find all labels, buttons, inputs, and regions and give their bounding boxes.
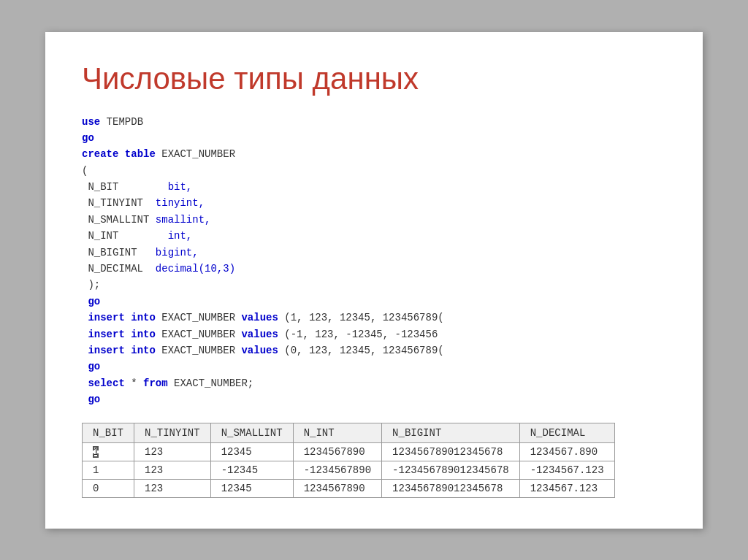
th-ndecimal: N_DECIMAL — [519, 423, 614, 442]
code-line-6: N_TINYINT tinyint, — [82, 195, 666, 211]
cell-nint-3: 1234567890 — [293, 479, 381, 497]
code-block: use TEMPDB go create table EXACT_NUMBER … — [82, 114, 666, 408]
cell-nbit-1: 1 — [83, 442, 134, 461]
table-row: 0 123 12345 1234567890 12345678901234567… — [83, 479, 615, 497]
kw-go1: go — [82, 132, 94, 144]
cell-nbigint-1: 12345678901234567​8 — [382, 442, 520, 461]
code-line-17: select * from EXACT_NUMBER; — [82, 375, 666, 391]
cell-nbigint-3: 12345678901234567​8 — [382, 479, 520, 497]
cell-ndecimal-3: 1234567.123 — [519, 479, 614, 497]
table-row: 1 123 -12345 -1234567890 -12345678901234… — [83, 461, 615, 479]
code-line-3: create table EXACT_NUMBER — [82, 146, 666, 162]
code-line-11: ); — [82, 277, 666, 293]
cell-nbit-2: 1 — [83, 461, 134, 479]
kw-use: use — [82, 116, 100, 128]
cell-nint-1: 1234567890 — [293, 442, 381, 461]
table-row: 1 123 12345 1234567890 12345678901234567… — [83, 442, 615, 461]
cell-ntinyint-3: 123 — [134, 479, 211, 497]
code-line-15: insert into EXACT_NUMBER values (0, 123,… — [82, 342, 666, 358]
normal: TEMPDB — [100, 116, 143, 128]
code-line-2: go — [82, 130, 666, 146]
code-line-12: go — [82, 294, 666, 310]
th-nbit: N_BIT — [83, 423, 134, 442]
code-line-1: use TEMPDB — [82, 114, 666, 130]
th-nbigint: N_BIGINT — [382, 423, 520, 442]
kw-create: create — [82, 148, 118, 160]
code-line-18: go — [82, 391, 666, 407]
kw-table: table — [125, 148, 156, 160]
cell-nsmallint-2: -12345 — [210, 461, 293, 479]
th-nsmallint: N_SMALLINT — [210, 423, 293, 442]
code-line-13: insert into EXACT_NUMBER values (1, 123,… — [82, 310, 666, 326]
code-line-10: N_DECIMAL decimal(10,3) — [82, 261, 666, 277]
cell-nbigint-2: -123456789012345678 — [382, 461, 520, 479]
cell-nsmallint-3: 12345 — [210, 479, 293, 497]
code-line-16: go — [82, 358, 666, 375]
code-line-8: N_INT int, — [82, 228, 666, 244]
cell-nsmallint-1: 12345 — [210, 442, 293, 461]
code-line-14: insert into EXACT_NUMBER values (-1, 123… — [82, 326, 666, 342]
slide: Числовые типы данных use TEMPDB go creat… — [45, 32, 703, 529]
table-header-row: N_BIT N_TINYINT N_SMALLINT N_INT N_BIGIN… — [83, 423, 615, 442]
cell-nint-2: -1234567890 — [293, 461, 381, 479]
code-line-4: ( — [82, 163, 666, 179]
th-nint: N_INT — [293, 423, 381, 442]
th-ntinyint: N_TINYINT — [134, 423, 211, 442]
slide-title: Числовые типы данных — [82, 61, 666, 96]
code-line-5: N_BIT bit, — [82, 179, 666, 195]
code-line-9: N_BIGINT bigint, — [82, 245, 666, 261]
cell-ndecimal-2: -1234567.123 — [519, 461, 614, 479]
cell-ntinyint-2: 123 — [134, 461, 211, 479]
cell-ndecimal-1: 1234567.890 — [519, 442, 614, 461]
cell-ntinyint-1: 123 — [134, 442, 211, 461]
cell-nbit-3: 0 — [83, 479, 134, 497]
results-table: N_BIT N_TINYINT N_SMALLINT N_INT N_BIGIN… — [82, 423, 615, 498]
code-line-7: N_SMALLINT smallint, — [82, 212, 666, 228]
